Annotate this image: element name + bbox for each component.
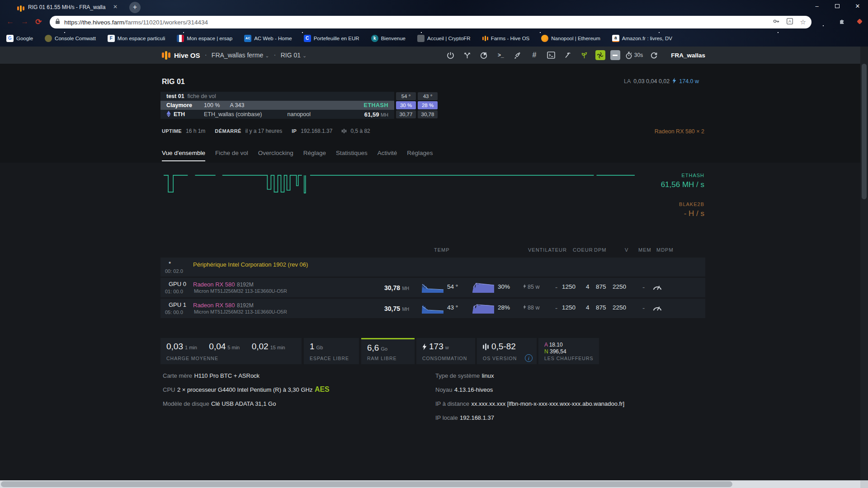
gpu-mem-clock: 2250 bbox=[613, 304, 626, 311]
rig-meta-row: UPTIME 16 h 1m DÉMARRÉ il y a 17 heures … bbox=[162, 128, 370, 134]
timer-label: 30s bbox=[634, 52, 643, 58]
amd-driver-version: 18.10 bbox=[549, 342, 563, 348]
tab-statistiques[interactable]: Statistiques bbox=[336, 150, 368, 161]
miner-load: 100 % bbox=[204, 102, 220, 108]
col-dpm: DPM bbox=[594, 247, 606, 253]
gpu0-hash-cell: 30,77 bbox=[396, 110, 416, 118]
translate-icon[interactable]: A bbox=[787, 18, 793, 26]
worker-tabbar: Vue d'ensemble Fiche de vol Overclocking… bbox=[162, 150, 433, 161]
tab-activite[interactable]: Activité bbox=[377, 150, 397, 161]
bookmark-ersap[interactable]: Mon espace | ersap bbox=[177, 35, 232, 42]
blake2b-label: BLAKE2B bbox=[542, 202, 704, 207]
bookmark-label: Console Comwatt bbox=[55, 36, 96, 41]
coin-symbol: ETH bbox=[174, 111, 185, 117]
extension-icon[interactable] bbox=[839, 19, 846, 28]
tab-reglages[interactable]: Réglages bbox=[407, 150, 433, 161]
bookmark-label: Portefeuille en EUR bbox=[314, 36, 359, 41]
bookmark-portefeuille[interactable]: C Portefeuille en EUR bbox=[304, 35, 359, 42]
worker-selector[interactable]: RIG 01 ⌄ bbox=[281, 52, 307, 59]
user-menu[interactable]: FRA_wallas bbox=[671, 52, 705, 59]
gpu-power: 85 w bbox=[523, 284, 539, 290]
horizontal-scrollbar-thumb[interactable] bbox=[1, 481, 732, 487]
terminal-window-icon[interactable] bbox=[545, 49, 557, 61]
browser-tab[interactable]: RIG 01 61.55 MH/s - FRA_walla bbox=[28, 0, 105, 15]
device-row-intel: * 00: 02.0 Périphérique Intel Corporatio… bbox=[160, 258, 705, 277]
hive-icon bbox=[482, 36, 488, 41]
gauge-icon[interactable] bbox=[652, 304, 662, 314]
brand-title[interactable]: Hive OS bbox=[174, 52, 200, 59]
power-meter-icon[interactable] bbox=[478, 49, 490, 61]
info-icon[interactable]: i bbox=[525, 354, 533, 362]
started-value: il y a 17 heures bbox=[245, 128, 282, 134]
plant-icon[interactable] bbox=[579, 49, 590, 61]
power-draw: 173 bbox=[429, 342, 443, 352]
hashtag-icon[interactable]: # bbox=[528, 49, 540, 61]
gpu1-hash-cell: 30,78 bbox=[418, 110, 438, 118]
power-icon[interactable] bbox=[445, 49, 457, 61]
coinbase-icon: C bbox=[304, 35, 311, 42]
autofan-icon[interactable] bbox=[595, 50, 605, 60]
bolt-icon bbox=[422, 343, 427, 350]
bookmark-star-icon[interactable]: ☆ bbox=[800, 18, 806, 26]
minus-box-icon[interactable] bbox=[610, 50, 620, 60]
gpu-name[interactable]: Radeon RX 580 8192M bbox=[193, 301, 254, 309]
forward-icon[interactable]: → bbox=[21, 17, 28, 26]
gpus-summary[interactable]: Radeon RX 580 × 2 bbox=[624, 128, 704, 135]
farm-selector[interactable]: FRA_wallas ferme ⌄ bbox=[212, 52, 269, 59]
window-close-button[interactable]: ✕ bbox=[851, 1, 864, 11]
wallet-name[interactable]: ETH_wallas (coinbase) bbox=[204, 111, 262, 117]
rocket-icon[interactable] bbox=[512, 49, 524, 61]
bookmark-label: Accueil | CryptoFR bbox=[427, 36, 471, 41]
pickaxe-icon[interactable] bbox=[562, 49, 574, 61]
gpu-row-0: GPU 0 01: 00.0 Radeon RX 580 8192M Micro… bbox=[160, 278, 705, 297]
bookmark-cryptofr[interactable]: Accueil | CryptoFR bbox=[417, 35, 471, 42]
gpu-name[interactable]: Radeon RX 580 8192M bbox=[193, 280, 254, 288]
vertical-scrollbar-thumb[interactable] bbox=[862, 64, 867, 199]
col-v: V bbox=[625, 247, 628, 253]
sync-icon[interactable] bbox=[648, 49, 660, 61]
tab-close-icon[interactable]: ✕ bbox=[113, 4, 118, 10]
tab-favicon-hive-icon bbox=[17, 4, 24, 12]
fork-icon[interactable] bbox=[462, 49, 473, 61]
back-icon[interactable]: ← bbox=[6, 17, 14, 26]
bookmark-nanopool[interactable]: Nanopool | Ethereum bbox=[541, 35, 600, 42]
col-ventilateur: VENTILATEUR bbox=[528, 247, 567, 253]
hiveos-logo-icon bbox=[162, 51, 170, 60]
url-bar[interactable]: https://the.hiveos.farm/farms/110201/wor… bbox=[50, 16, 811, 28]
window-maximize-button[interactable] bbox=[830, 1, 844, 11]
horizontal-scrollbar[interactable] bbox=[0, 480, 868, 488]
card-drivers: A 18.10 N 396,54 LES CHAUFFEURS bbox=[538, 338, 599, 364]
tab-overclocking[interactable]: Overclocking bbox=[258, 150, 293, 161]
amd-driver-key: A bbox=[544, 342, 547, 348]
pool-name[interactable]: nanopool bbox=[288, 111, 311, 117]
new-tab-button[interactable]: + bbox=[129, 2, 141, 13]
window-minimize-button[interactable]: – bbox=[810, 1, 824, 11]
shell-icon[interactable]: >_ bbox=[495, 49, 507, 61]
os-version: 0,5-82 bbox=[491, 342, 516, 352]
document-icon: F bbox=[108, 35, 115, 42]
bookmark-acweb[interactable]: AC AC Web - Home bbox=[244, 35, 292, 42]
card-label: CONSOMMATION bbox=[422, 356, 467, 361]
bookmark-label: Nanopool | Ethereum bbox=[551, 36, 600, 41]
gpu-temp: 43 ° bbox=[447, 304, 458, 311]
bookmark-hiveos-farms[interactable]: Farms - Hive OS bbox=[482, 36, 530, 41]
bookmark-google[interactable]: G Google bbox=[6, 35, 33, 42]
gpu-mem-model: Micron MT51J256M32 113-1E3660U-O5R bbox=[194, 288, 287, 294]
tab-vue-densemble[interactable]: Vue d'ensemble bbox=[162, 150, 205, 161]
refresh-timer[interactable]: 30s bbox=[625, 49, 643, 61]
gauge-icon[interactable] bbox=[652, 283, 662, 293]
browser-menu-badge-icon[interactable] bbox=[857, 19, 863, 24]
bookmark-label: AC Web - Home bbox=[254, 36, 292, 41]
tab-reglage[interactable]: Réglage bbox=[303, 150, 326, 161]
bookmark-comwatt[interactable]: Console Comwatt bbox=[45, 35, 96, 42]
address-bar-row: ← → ⟳ https://the.hiveos.farm/farms/1102… bbox=[0, 15, 868, 30]
card-power-draw: 173w CONSOMMATION bbox=[416, 338, 475, 364]
bookmark-espace-particulier[interactable]: F Mon espace particuli bbox=[108, 35, 165, 42]
hive-version-value: 0,5 à 82 bbox=[350, 128, 370, 134]
tab-fiche-de-vol[interactable]: Fiche de vol bbox=[215, 150, 248, 161]
key-icon[interactable] bbox=[773, 18, 779, 26]
reload-icon[interactable]: ⟳ bbox=[35, 17, 42, 27]
device-name: Périphérique Intel Corporation 1902 (rev… bbox=[193, 261, 308, 268]
bookmark-bienvenue[interactable]: k Bienvenue bbox=[371, 35, 406, 42]
bookmark-amazon[interactable]: a Amazon.fr : livres, DV bbox=[612, 35, 672, 42]
